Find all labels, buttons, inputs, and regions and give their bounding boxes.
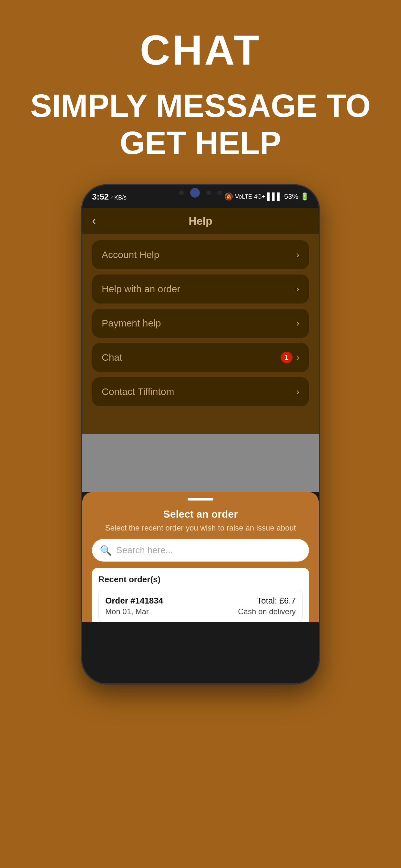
- back-button[interactable]: ‹: [92, 214, 96, 228]
- search-icon: 🔍: [100, 545, 112, 556]
- recent-orders-section: Recent order(s) Order #141834 Mon 01, Ma…: [92, 568, 309, 622]
- phone-side-button-right-top: [319, 250, 320, 269]
- order-total: Total: £6.7: [238, 596, 296, 606]
- search-input[interactable]: Search here...: [116, 545, 301, 555]
- bottom-sheet-title: Select an order: [92, 508, 309, 520]
- bottom-sheet: Select an order Select the recent order …: [82, 492, 319, 622]
- menu-item-label: Chat: [102, 352, 122, 363]
- chevron-icon: ›: [297, 352, 299, 363]
- recent-orders-label: Recent order(s): [98, 575, 303, 585]
- chevron-icon: ›: [297, 250, 299, 260]
- menu-item-right: ›: [297, 284, 299, 294]
- menu-item-label: Payment help: [102, 318, 161, 329]
- phone-side-button-right-bottom: [319, 279, 320, 318]
- status-kb: ² KB/s: [111, 194, 127, 201]
- menu-item-right: 1 ›: [281, 352, 299, 363]
- menu-item-label: Help with an order: [102, 283, 180, 294]
- lte-icon: 4G+: [254, 193, 266, 200]
- battery-icon: 🔋: [300, 192, 309, 201]
- order-payment-method: Cash on delivery: [238, 607, 296, 616]
- page-main-title: CHAT: [140, 26, 261, 74]
- camera-selfie-lens: [190, 188, 200, 197]
- chevron-icon: ›: [297, 386, 299, 397]
- chevron-icon: ›: [297, 318, 299, 329]
- order-left: Order #141834 Mon 01, Mar: [105, 596, 163, 616]
- menu-item-account-help[interactable]: Account Help ›: [92, 240, 309, 269]
- menu-item-label: Account Help: [102, 249, 159, 260]
- volte-icon: VoLTE: [235, 193, 252, 200]
- help-menu: Account Help › Help with an order › Paym…: [82, 234, 319, 434]
- camera-dot-2: [206, 190, 211, 195]
- camera-dot-1: [179, 190, 184, 195]
- order-card[interactable]: Order #141834 Mon 01, Mar Total: £6.7 Ca…: [98, 590, 303, 622]
- menu-item-right: ›: [297, 250, 299, 260]
- search-bar[interactable]: 🔍 Search here...: [92, 539, 309, 562]
- order-id: Order #141834: [105, 596, 163, 606]
- help-header: ‹ Help: [82, 208, 319, 234]
- order-date: Mon 01, Mar: [105, 607, 163, 616]
- mute-icon: 🔕: [224, 192, 233, 201]
- chat-badge: 1: [281, 352, 292, 363]
- gray-spacer: [82, 434, 319, 492]
- menu-item-right: ›: [297, 386, 299, 397]
- menu-item-contact-tiffintom[interactable]: Contact Tiffintom ›: [92, 377, 309, 406]
- menu-item-payment-help[interactable]: Payment help ›: [92, 309, 309, 338]
- phone-side-button-left: [81, 266, 82, 292]
- menu-item-label: Contact Tiffintom: [102, 386, 174, 397]
- bottom-sheet-subtitle: Select the recent order you wish to rais…: [92, 523, 309, 532]
- menu-item-help-with-order[interactable]: Help with an order ›: [92, 275, 309, 304]
- status-icons: 🔕 VoLTE 4G+ ▌▌▌ 53% 🔋: [224, 192, 309, 201]
- help-screen-title: Help: [189, 215, 212, 227]
- signal-icon: ▌▌▌: [267, 192, 282, 201]
- phone-frame: 3:52 ² KB/s 🔕 VoLTE 4G+ ▌▌▌ 53% 🔋 ‹ Help…: [81, 184, 320, 685]
- bottom-sheet-handle: [188, 498, 213, 500]
- page-sub-title: SIMPLY MESSAGE TO GET HELP: [0, 87, 401, 161]
- order-right: Total: £6.7 Cash on delivery: [238, 596, 296, 616]
- page-wrapper: CHAT SIMPLY MESSAGE TO GET HELP 3:52 ² K…: [0, 0, 401, 868]
- menu-item-right: ›: [297, 318, 299, 329]
- chevron-icon: ›: [297, 284, 299, 294]
- status-time: 3:52: [92, 192, 109, 202]
- battery-percentage: 53%: [284, 192, 298, 201]
- menu-item-chat[interactable]: Chat 1 ›: [92, 343, 309, 372]
- camera-dot-3: [217, 190, 222, 195]
- phone-camera-area: [179, 188, 222, 197]
